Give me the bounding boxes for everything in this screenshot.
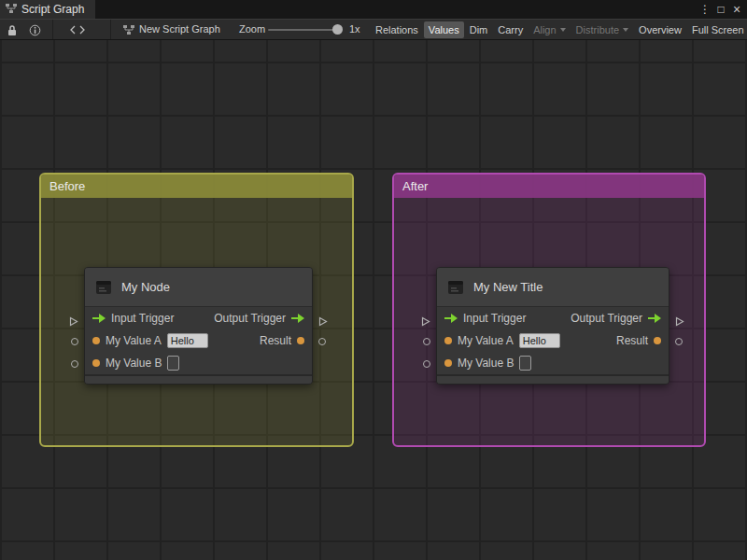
value-b-ext-port[interactable]	[71, 360, 78, 368]
unit-icon	[93, 277, 114, 298]
flow-arrow-icon	[291, 314, 304, 323]
port-label: Result	[260, 334, 291, 347]
input-trigger-ext-port[interactable]	[421, 314, 430, 330]
result-ext-port[interactable]	[675, 338, 683, 345]
node-my-new-title[interactable]: My New Title Input Trigger Output Trigge…	[436, 267, 669, 385]
graph-name-breadcrumb[interactable]: New Script Graph	[139, 20, 220, 39]
graph-asset-icon	[122, 22, 135, 37]
result-ext-port[interactable]	[318, 338, 326, 345]
info-icon[interactable]	[27, 22, 42, 37]
window-controls: ⋮ □ ×	[698, 0, 747, 19]
close-icon[interactable]: ×	[729, 1, 744, 18]
carry-button[interactable]: Carry	[493, 21, 528, 38]
value-b-input[interactable]	[519, 356, 531, 371]
value-port-icon	[92, 359, 100, 367]
flow-arrow-icon	[92, 314, 106, 323]
distribute-label: Distribute	[576, 24, 619, 35]
node-footer	[85, 374, 312, 384]
port-label: Result	[616, 334, 648, 347]
tab-title: Script Graph	[21, 3, 84, 16]
value-b-port[interactable]: My Value B	[444, 356, 531, 371]
flow-arrow-icon	[648, 314, 661, 323]
port-label: My Value B	[106, 357, 162, 370]
value-port-icon	[444, 359, 452, 367]
zoom-slider[interactable]	[268, 29, 343, 31]
toolbar-divider	[52, 20, 53, 40]
value-a-port[interactable]: My Value A	[444, 333, 560, 348]
code-view-icon[interactable]	[67, 22, 88, 37]
overview-button[interactable]: Overview	[634, 21, 686, 38]
value-a-ext-port[interactable]	[71, 338, 78, 345]
node-header[interactable]: My New Title	[437, 268, 669, 307]
tab-bar: Script Graph ⋮ □ ×	[0, 0, 747, 19]
value-b-input[interactable]	[167, 356, 179, 371]
node-my-node[interactable]: My Node Input Trigger Output Trigger	[84, 267, 313, 385]
value-port-icon	[444, 337, 452, 344]
dim-button[interactable]: Dim	[465, 21, 493, 38]
align-button: Align	[529, 21, 570, 38]
value-row: My Value B	[85, 352, 312, 374]
tab-script-graph[interactable]: Script Graph	[0, 0, 95, 19]
fullscreen-button[interactable]: Full Screen	[687, 21, 747, 38]
distribute-button: Distribute	[571, 21, 633, 38]
graph-toolbar: New Script Graph Zoom 1x Relations Value…	[0, 19, 747, 40]
zoom-label: Zoom	[239, 20, 265, 39]
chevron-down-icon	[623, 28, 628, 35]
result-port[interactable]: Result	[616, 334, 661, 347]
relations-button[interactable]: Relations	[371, 21, 423, 38]
node-title: My New Title	[473, 280, 543, 294]
input-trigger-ext-port[interactable]	[69, 314, 78, 330]
value-row: My Value A Result	[85, 329, 312, 352]
group-after[interactable]: After My New Title Inpu	[392, 173, 706, 447]
output-trigger-port[interactable]: Output Trigger	[571, 312, 661, 325]
script-graph-window: Script Graph ⋮ □ ×	[0, 0, 747, 560]
value-port-icon	[92, 337, 100, 344]
value-a-port[interactable]: My Value A	[92, 333, 208, 348]
node-body: Input Trigger Output Trigger My Value A …	[85, 307, 312, 374]
group-title: Before	[49, 179, 85, 193]
zoom-slider-handle[interactable]	[332, 24, 343, 35]
port-label: My Value B	[458, 357, 514, 370]
value-b-port[interactable]: My Value B	[92, 356, 179, 371]
node-header[interactable]: My Node	[85, 268, 312, 307]
toolbar-buttons: Relations Values Dim Carry Align Distrib…	[371, 20, 747, 39]
result-port[interactable]: Result	[260, 334, 304, 347]
group-after-header[interactable]: After	[394, 175, 704, 198]
node-body: Input Trigger Output Trigger My Value A …	[437, 307, 669, 374]
graph-icon	[6, 3, 17, 17]
input-trigger-port[interactable]: Input Trigger	[92, 312, 174, 325]
port-label: Input Trigger	[463, 312, 526, 325]
group-title: After	[402, 179, 428, 193]
node-footer	[437, 374, 669, 384]
node-title: My Node	[121, 280, 170, 294]
output-trigger-port[interactable]: Output Trigger	[214, 312, 304, 325]
group-before[interactable]: Before My Node Input Tr	[39, 173, 354, 447]
kebab-menu-icon[interactable]: ⋮	[698, 1, 712, 18]
output-trigger-ext-port[interactable]	[318, 314, 328, 330]
value-row: My Value B	[437, 352, 669, 374]
toolbar-divider	[110, 20, 111, 40]
zoom-value: 1x	[349, 20, 360, 39]
value-a-ext-port[interactable]	[423, 338, 430, 345]
unit-icon	[445, 277, 466, 298]
flow-arrow-icon	[444, 314, 458, 323]
align-label: Align	[533, 24, 556, 35]
input-trigger-port[interactable]: Input Trigger	[444, 312, 526, 325]
port-label: My Value A	[106, 334, 162, 347]
lock-icon[interactable]	[5, 22, 20, 37]
output-trigger-ext-port[interactable]	[675, 314, 684, 330]
trigger-row: Input Trigger Output Trigger	[85, 307, 312, 329]
chevron-down-icon	[560, 28, 566, 35]
port-label: Output Trigger	[571, 312, 642, 325]
port-label: My Value A	[458, 334, 514, 347]
value-port-icon	[654, 337, 661, 344]
maximize-icon[interactable]: □	[713, 1, 728, 18]
value-b-ext-port[interactable]	[423, 360, 430, 368]
trigger-row: Input Trigger Output Trigger	[437, 307, 669, 329]
value-a-input[interactable]	[519, 333, 560, 348]
values-button[interactable]: Values	[424, 21, 464, 38]
value-row: My Value A Result	[437, 329, 669, 352]
value-a-input[interactable]	[167, 333, 208, 348]
port-label: Output Trigger	[214, 312, 286, 325]
group-before-header[interactable]: Before	[41, 175, 352, 198]
